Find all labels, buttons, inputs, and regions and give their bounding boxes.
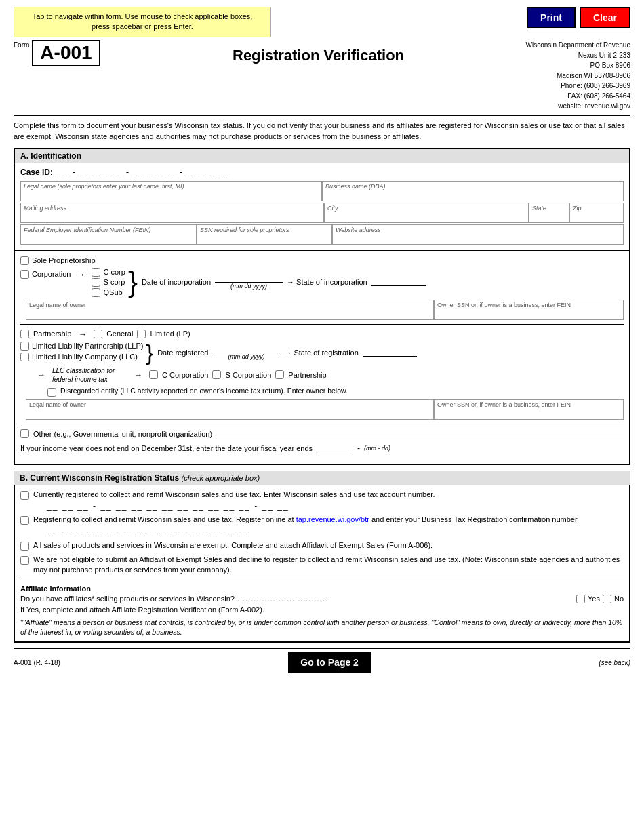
opt2-text: Registering to collect and remit Wiscons… <box>33 515 579 523</box>
state-label: State <box>532 205 566 212</box>
website-field: Website address <box>332 224 624 245</box>
fein-input[interactable] <box>24 233 193 243</box>
city-input[interactable] <box>327 212 525 221</box>
state-reg-input[interactable] <box>363 348 417 357</box>
fein-label: Federal Employer Identification Number (… <box>24 226 193 233</box>
state-incorp-input[interactable] <box>371 277 426 286</box>
disregarded-row: Disregarded entity (LLC activity reporte… <box>34 386 624 397</box>
legal-name-dba-row: Legal name (sole proprietors enter your … <box>20 181 624 201</box>
opt2-row: Registering to collect and remit Wiscons… <box>20 515 624 536</box>
mm-dd-yyyy-note: (mm dd yyyy) <box>230 283 267 290</box>
llc-owner-ssn-label: Owner SSN or, if owner is a business, en… <box>437 401 620 408</box>
dept-line2: Nexus Unit 2-233 <box>525 50 630 60</box>
opt2-link[interactable]: tap.revenue.wi.gov/btr <box>296 515 369 523</box>
general-checkbox[interactable] <box>94 330 102 338</box>
affiliate-dots: ................................. <box>237 595 573 603</box>
fiscal-label: If your income year does not end on Dece… <box>20 444 313 452</box>
date-reg-field: (mm dd yyyy) <box>211 344 281 360</box>
s-corporation-label: S Corporation <box>225 371 271 379</box>
wisc-dept-info: Wisconsin Department of Revenue Nexus Un… <box>525 40 630 111</box>
city-field: City <box>324 203 529 223</box>
date-reg-input[interactable] <box>212 344 280 353</box>
mailing-address-label: Mailing address <box>24 205 321 212</box>
affiliate-question-row: Do you have affiliates* selling products… <box>20 595 624 603</box>
s-corporation-checkbox[interactable] <box>212 370 221 379</box>
qsub-item: QSub <box>92 288 125 297</box>
website-label: Website address <box>336 226 620 233</box>
opt3-checkbox[interactable] <box>20 542 29 551</box>
other-input[interactable] <box>216 429 624 439</box>
page: Tab to navigate within form. Use mouse t… <box>0 0 644 834</box>
c-corporation-label: C Corporation <box>162 371 208 379</box>
affiliate-ifyes: If Yes, complete and attach Affiliate Re… <box>20 605 624 614</box>
ssn-input[interactable] <box>200 233 329 243</box>
legal-name-field: Legal name (sole proprietors enter your … <box>20 181 322 201</box>
date-incorp-input[interactable] <box>215 274 283 283</box>
opt1-content: Currently registered to collect and remi… <box>33 490 435 511</box>
fiscal-date-input[interactable] <box>318 443 352 452</box>
top-bar: Tab to navigate within form. Use mouse t… <box>14 7 630 37</box>
scorp-item: S corp <box>92 278 125 287</box>
corp-brace-date: } Date of incorporation (mm dd yyyy) → S… <box>128 268 427 296</box>
corp-owner-row: Legal name of owner Owner SSN or, if own… <box>26 300 624 320</box>
llp-checkbox[interactable] <box>20 342 29 351</box>
disregarded-inner: Disregarded entity (LLC activity reporte… <box>47 386 624 397</box>
affiliate-yes-checkbox[interactable] <box>576 595 585 603</box>
llc-class-arrow-icon: → <box>37 370 45 380</box>
partnership-checkbox[interactable] <box>20 330 29 338</box>
state-field: State <box>529 203 569 223</box>
llc-owner-name-label: Legal name of owner <box>29 401 430 408</box>
other-checkbox[interactable] <box>20 429 29 438</box>
section-a-header: A. Identification <box>14 148 630 163</box>
legal-name-input[interactable] <box>24 190 319 199</box>
limited-lp-checkbox[interactable] <box>137 330 146 338</box>
affiliate-no-checkbox[interactable] <box>603 595 611 603</box>
opt4-checkbox[interactable] <box>20 556 29 565</box>
print-button[interactable]: Print <box>527 7 576 28</box>
opt2-checkbox[interactable] <box>20 516 29 525</box>
corp-owner-name-input[interactable] <box>29 309 430 318</box>
website-input[interactable] <box>336 233 620 243</box>
sole-prop-checkbox[interactable] <box>20 256 29 265</box>
llp-llc-checkboxes: Limited Liability Partnership (LLP) Limi… <box>20 342 143 361</box>
disregarded-label: Disregarded entity (LLC activity reporte… <box>60 386 348 395</box>
partnership-opt-checkbox[interactable] <box>275 370 284 379</box>
section-b-title: B. Current Wisconsin Registration Status <box>20 473 179 483</box>
fein-row: Federal Employer Identification Number (… <box>20 224 624 245</box>
opt2-content: Registering to collect and remit Wiscons… <box>33 515 579 536</box>
llc-owner-ssn-input[interactable] <box>437 408 620 418</box>
clear-button[interactable]: Clear <box>580 7 630 28</box>
partnership-opt-label: Partnership <box>288 371 326 379</box>
state-input[interactable] <box>532 212 566 221</box>
llc-owner-name-input[interactable] <box>29 408 430 418</box>
scorp-checkbox[interactable] <box>92 278 100 287</box>
qsub-checkbox[interactable] <box>92 288 100 297</box>
partnership-label: Partnership <box>33 330 71 338</box>
corp-owner-ssn-input[interactable] <box>437 309 620 318</box>
disregarded-checkbox[interactable] <box>47 388 56 397</box>
zip-label: Zip <box>573 205 620 212</box>
business-dba-input[interactable] <box>325 190 620 199</box>
footer-form-version: A-001 (R. 4-18) <box>14 659 60 667</box>
corp-date-state: Date of incorporation (mm dd yyyy) → Sta… <box>142 274 427 290</box>
llc-checkbox[interactable] <box>20 353 29 361</box>
fiscal-row: If your income year does not end on Dece… <box>20 443 624 453</box>
llp-llc-row: Limited Liability Partnership (LLP) Limi… <box>20 342 624 363</box>
ccorp-label: C corp <box>103 268 125 276</box>
description: Complete this form to document your busi… <box>14 115 630 142</box>
date-incorp-label: Date of incorporation <box>142 278 211 286</box>
llc-class-label: LLC classification for federal income ta… <box>52 366 127 384</box>
case-id-blanks: __ - __ __ __ - __ __ __ - __ __ __ <box>57 167 230 177</box>
zip-input[interactable] <box>573 212 620 221</box>
opt1-checkbox[interactable] <box>20 491 29 500</box>
c-corporation-checkbox[interactable] <box>149 370 158 379</box>
mailing-address-input[interactable] <box>24 212 321 221</box>
ccorp-checkbox[interactable] <box>92 268 100 277</box>
go-to-page2-button[interactable]: Go to Page 2 <box>288 652 371 673</box>
ccorp-item: C corp <box>92 268 125 277</box>
divider-2 <box>20 424 624 424</box>
opt2-confirm-blanks: __ - __ __ __ - __ __ __ __ - __ __ __ _… <box>47 527 579 536</box>
identification-fields: Case ID: __ - __ __ __ - __ __ __ - __ _… <box>14 163 630 251</box>
footer-see-back: (see back) <box>599 659 630 667</box>
corporation-checkbox[interactable] <box>20 270 29 279</box>
